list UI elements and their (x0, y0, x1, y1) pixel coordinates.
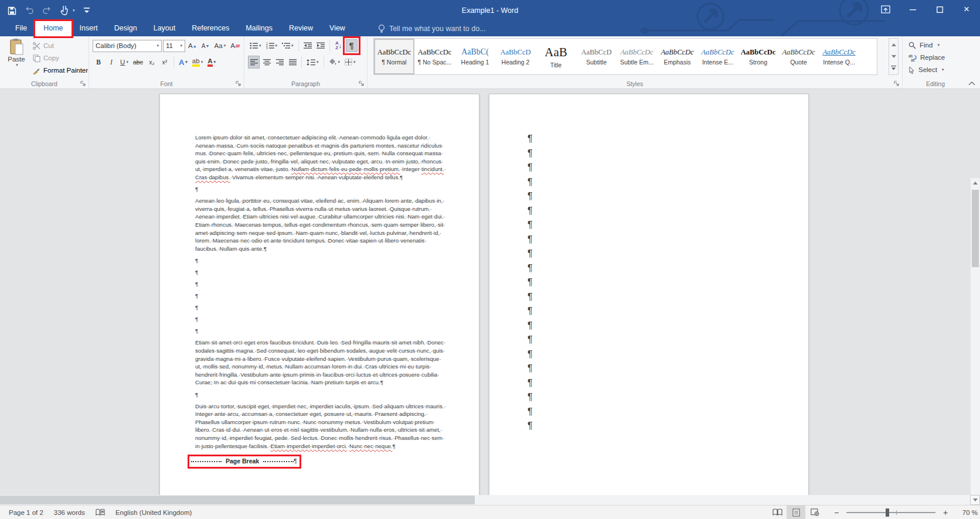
page-break-marker[interactable]: Page Break¶ (191, 457, 297, 466)
bullets-dropdown-icon[interactable]: ▾ (259, 43, 261, 48)
paste-dropdown-icon[interactable]: ▾ (16, 63, 18, 67)
style-normal[interactable]: AaBbCcDc¶ Normal (374, 39, 414, 74)
underline-dropdown-icon[interactable]: ▾ (126, 60, 128, 64)
language-indicator[interactable]: English (United Kingdom) (110, 506, 197, 519)
collapse-ribbon-icon[interactable] (968, 81, 975, 86)
style-emphasis[interactable]: AaBbCcDcEmphasis (657, 39, 697, 74)
zoom-in-button[interactable]: + (941, 508, 950, 517)
tab-references[interactable]: References (183, 21, 237, 36)
page-2[interactable]: ¶¶¶¶¶¶¶¶¶¶¶¶¶¶¶¶¶¶¶¶¶ (489, 94, 809, 495)
customize-qat-icon[interactable] (81, 4, 93, 17)
font-color-dropdown-icon[interactable]: ▾ (214, 60, 216, 64)
styles-more-icon[interactable] (889, 63, 898, 74)
paste-button[interactable]: Paste ▾ (4, 38, 29, 76)
style-heading-1[interactable]: AaBbC(Heading 1 (455, 39, 495, 74)
print-layout-button[interactable] (787, 506, 805, 519)
italic-button[interactable]: I (106, 56, 117, 69)
shading-button[interactable]: ▾ (327, 56, 342, 69)
align-right-button[interactable] (274, 56, 285, 69)
replace-button[interactable]: abac Replace (908, 52, 945, 63)
zoom-level[interactable]: 70 % (955, 509, 978, 516)
style-subtle-em[interactable]: AaBbCcDcSubtle Em... (617, 39, 657, 74)
find-dropdown-icon[interactable]: ▾ (937, 43, 940, 47)
underline-button[interactable]: U▾ (118, 56, 130, 69)
vertical-scroll-thumb[interactable] (972, 190, 979, 267)
zoom-slider-thumb[interactable] (886, 508, 889, 517)
strikethrough-button[interactable]: abc (131, 56, 145, 69)
numbering-dropdown-icon[interactable]: ▾ (275, 43, 278, 48)
text-effects-button[interactable]: A▾ (177, 56, 189, 69)
text-effects-dropdown-icon[interactable]: ▾ (185, 60, 188, 64)
styles-scroll-down-icon[interactable] (889, 50, 898, 62)
maximize-button[interactable] (926, 0, 953, 19)
page-indicator[interactable]: Page 1 of 2 (4, 506, 49, 519)
shading-dropdown-icon[interactable]: ▾ (338, 60, 341, 64)
bullets-button[interactable]: ▾ (248, 39, 263, 52)
style-heading-2[interactable]: AaBbCcDHeading 2 (495, 39, 536, 74)
tab-review[interactable]: Review (281, 21, 321, 36)
cut-button[interactable]: Cut (33, 40, 54, 52)
sort-button[interactable]: AZ↓ (333, 39, 345, 52)
tell-me-box[interactable]: Tell me what you want to do... (378, 21, 486, 36)
style-quote[interactable]: AaBbCcDcQuote (778, 39, 819, 74)
styles-dialog-launcher-icon[interactable] (894, 81, 900, 87)
shrink-font-button[interactable]: A▼ (200, 39, 212, 52)
font-name-dropdown-icon[interactable]: ▾ (156, 43, 159, 48)
style-intense-q[interactable]: AaBbCcDcIntense Q... (819, 39, 859, 74)
clear-formatting-button[interactable]: A (229, 39, 241, 52)
numbering-button[interactable]: 123▾ (264, 39, 280, 52)
proofing-errors-button[interactable] (90, 506, 110, 519)
zoom-slider[interactable] (846, 508, 935, 517)
font-name-combo[interactable]: Calibri (Body)▾ (93, 40, 162, 52)
save-icon[interactable] (6, 4, 18, 17)
minimize-button[interactable] (899, 0, 926, 19)
highlight-dropdown-icon[interactable]: ▾ (201, 60, 203, 64)
line-spacing-dropdown-icon[interactable]: ▾ (317, 60, 319, 64)
grow-font-button[interactable]: A▲ (186, 39, 199, 52)
touch-mode-dropdown-icon[interactable]: ▾ (73, 8, 75, 13)
align-left-button[interactable] (248, 56, 260, 69)
word-count[interactable]: 336 words (49, 506, 90, 519)
redo-icon[interactable] (41, 4, 53, 17)
scroll-down-button[interactable] (970, 495, 980, 505)
change-case-button[interactable]: Aa▾ (213, 39, 228, 52)
touch-mouse-mode-icon[interactable] (59, 4, 70, 17)
style-subtitle[interactable]: AaBbCcDSubtitle (576, 39, 617, 74)
font-color-button[interactable]: A▾ (206, 56, 217, 69)
justify-button[interactable] (287, 56, 298, 69)
select-button[interactable]: Select▾ (908, 64, 944, 76)
select-dropdown-icon[interactable]: ▾ (942, 67, 944, 72)
tab-view[interactable]: View (321, 21, 353, 36)
line-spacing-button[interactable]: ▾ (305, 56, 321, 69)
align-center-button[interactable] (261, 56, 273, 69)
scroll-up-icon[interactable] (973, 182, 978, 185)
increase-indent-button[interactable] (315, 39, 326, 52)
zoom-out-button[interactable]: − (832, 508, 841, 517)
horizontal-scrollbar[interactable] (0, 495, 980, 505)
read-mode-button[interactable] (768, 506, 787, 519)
tab-insert[interactable]: Insert (72, 21, 106, 36)
font-size-dropdown-icon[interactable]: ▾ (180, 43, 182, 48)
tab-file[interactable]: File (7, 21, 35, 36)
borders-button[interactable]: ▾ (343, 56, 358, 69)
style-title[interactable]: AaBTitle (536, 39, 576, 74)
font-size-combo[interactable]: 11▾ (163, 40, 185, 52)
tab-design[interactable]: Design (106, 21, 145, 36)
format-painter-button[interactable]: Format Painter (33, 64, 88, 76)
bold-button[interactable]: B (93, 56, 104, 69)
borders-dropdown-icon[interactable]: ▾ (353, 60, 356, 64)
tab-layout[interactable]: Layout (145, 21, 184, 36)
horizontal-scroll-thumb[interactable] (0, 496, 475, 504)
vertical-scrollbar[interactable] (970, 178, 980, 495)
subscript-button[interactable]: x₂ (146, 56, 158, 69)
superscript-button[interactable]: x² (159, 56, 171, 69)
multilevel-dropdown-icon[interactable]: ▾ (291, 43, 294, 48)
style-no-spac[interactable]: AaBbCcDc¶ No Spac... (414, 39, 455, 74)
document-area[interactable]: Lorem·​ipsum·​dolor·​sit·​amet,·​consect… (0, 89, 980, 495)
copy-button[interactable]: Copy (33, 52, 59, 64)
highlight-button[interactable]: ab▾ (190, 56, 205, 69)
style-strong[interactable]: AaBbCcDcStrong (738, 39, 778, 74)
find-button[interactable]: Find▾ (908, 39, 940, 51)
page-1[interactable]: Lorem·​ipsum·​dolor·​sit·​amet,·​consect… (159, 94, 479, 495)
styles-scroll-up-icon[interactable] (889, 39, 898, 50)
